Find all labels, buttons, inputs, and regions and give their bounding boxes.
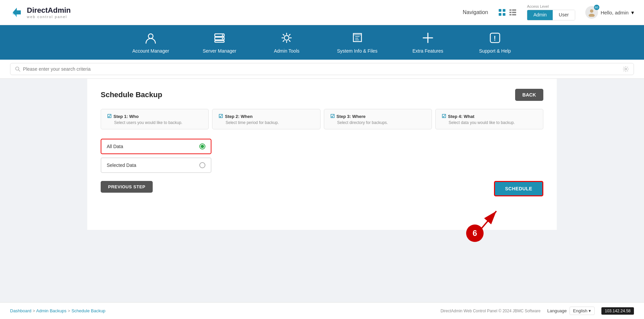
- nav-item-system-info-label: System Info & Files: [337, 48, 378, 54]
- svg-rect-17: [215, 41, 224, 42]
- svg-point-14: [148, 34, 153, 39]
- svg-rect-8: [509, 12, 511, 13]
- schedule-button[interactable]: SCHEDULE: [494, 181, 543, 196]
- previous-step-button[interactable]: PREVIOUS STEP: [101, 181, 153, 193]
- language-dropdown[interactable]: English ▾: [569, 307, 595, 315]
- avatar-badge: 60: [594, 5, 599, 10]
- svg-line-26: [18, 70, 20, 71]
- access-tab-admin[interactable]: Admin: [527, 10, 553, 20]
- step-1-title: ☑ Step 1: Who: [107, 113, 202, 119]
- action-row: PREVIOUS STEP 6 SCHEDULE: [101, 181, 543, 196]
- admin-tools-icon: [281, 32, 293, 46]
- access-tab-user[interactable]: User: [553, 10, 575, 20]
- steps-row: ☑ Step 1: Who Select users you would lik…: [101, 109, 543, 129]
- nav-item-account-manager-label: Account Manager: [132, 48, 169, 54]
- svg-rect-2: [499, 9, 501, 12]
- nav-item-server-manager-label: Server Manager: [203, 48, 236, 54]
- nav-icons: [498, 8, 517, 16]
- language-dropdown-arrow-icon: ▾: [589, 308, 591, 313]
- nav-item-account-manager[interactable]: Account Manager: [132, 32, 169, 54]
- step-1-check-icon: ☑: [107, 113, 111, 119]
- all-data-radio-button[interactable]: [199, 143, 205, 149]
- search-input[interactable]: [23, 66, 621, 72]
- search-icon: [15, 66, 20, 72]
- gear-icon[interactable]: [623, 66, 629, 72]
- nav-item-admin-tools[interactable]: Admin Tools: [270, 32, 303, 54]
- svg-point-27: [625, 68, 627, 70]
- breadcrumb-dashboard[interactable]: Dashboard: [10, 308, 32, 313]
- selected-data-label: Selected Data: [107, 163, 136, 168]
- header: DirectAdmin web control panel Navigation…: [0, 0, 644, 25]
- language-label: Language: [547, 308, 567, 313]
- back-button[interactable]: BACK: [515, 89, 543, 101]
- nav-item-admin-tools-label: Admin Tools: [274, 48, 299, 54]
- logo-icon: [10, 6, 23, 19]
- breadcrumb-sep-1: >: [33, 308, 36, 313]
- extra-features-icon: [422, 32, 434, 46]
- user-area[interactable]: 60 Hello, admin ▾: [585, 6, 634, 19]
- footer-right: DirectAdmin Web Control Panel © 2024 JBM…: [441, 307, 634, 315]
- grid-icon[interactable]: [498, 8, 506, 16]
- access-level-label: Access Level: [527, 4, 549, 8]
- nav-item-extra-features[interactable]: Extra Features: [411, 32, 445, 54]
- nav-item-support-help[interactable]: ! Support & Help: [478, 32, 512, 54]
- step-1-box: ☑ Step 1: Who Select users you would lik…: [101, 109, 209, 129]
- logo-area: DirectAdmin web control panel: [10, 6, 71, 19]
- svg-point-19: [222, 38, 223, 39]
- svg-rect-5: [503, 13, 505, 16]
- search-wrapper: [10, 63, 634, 75]
- all-data-label: All Data: [107, 144, 123, 149]
- step-2-title: ☑ Step 2: When: [218, 113, 314, 119]
- outer-wrapper: Schedule Backup BACK ☑ Step 1: Who Selec…: [0, 79, 644, 230]
- svg-rect-7: [512, 9, 516, 11]
- header-right: Navigation Access Level Admin User: [463, 4, 634, 20]
- hello-text: Hello, admin: [601, 10, 629, 15]
- list-icon[interactable]: [509, 8, 517, 16]
- navigation-label: Navigation: [463, 9, 488, 15]
- breadcrumb-sep-2: >: [68, 308, 71, 313]
- step-2-desc: Select time period for backup.: [226, 120, 314, 125]
- nav-item-support-help-label: Support & Help: [479, 48, 511, 54]
- schedule-btn-area: 6 SCHEDULE: [494, 181, 543, 196]
- svg-rect-10: [509, 14, 511, 15]
- nav-item-system-info[interactable]: System Info & Files: [337, 32, 378, 54]
- step-3-check-icon: ☑: [330, 113, 335, 119]
- support-help-icon: !: [489, 32, 501, 46]
- access-level-box: Access Level Admin User: [527, 4, 575, 20]
- right-space: [557, 79, 644, 230]
- step-1-desc: Select users you would like to backup.: [114, 120, 202, 125]
- svg-point-18: [222, 35, 223, 36]
- breadcrumb: Dashboard > Admin Backups > Schedule Bac…: [10, 308, 105, 313]
- svg-point-12: [590, 9, 593, 13]
- svg-rect-4: [499, 13, 501, 16]
- footer-copyright: DirectAdmin Web Control Panel © 2024 JBM…: [441, 309, 541, 313]
- footer: Dashboard > Admin Backups > Schedule Bac…: [0, 302, 644, 319]
- breadcrumb-admin-backups[interactable]: Admin Backups: [36, 308, 66, 313]
- svg-rect-11: [512, 14, 516, 15]
- step-3-desc: Select directory for backups.: [337, 120, 426, 125]
- search-bar-area: [0, 60, 644, 79]
- selected-data-radio-option[interactable]: Selected Data: [101, 157, 211, 173]
- step-4-box: ☑ Step 4: What Select data you would lik…: [435, 109, 543, 129]
- all-data-radio-option[interactable]: All Data: [101, 139, 211, 154]
- account-manager-icon: [145, 32, 157, 46]
- blue-nav: Account Manager Server Manager Admin Too…: [0, 25, 644, 60]
- step-badge-6: 6: [466, 225, 484, 242]
- step-4-desc: Select data you would like to backup.: [449, 120, 537, 125]
- nav-item-extra-features-label: Extra Features: [412, 48, 443, 54]
- left-space: [0, 79, 87, 230]
- svg-rect-3: [503, 9, 505, 12]
- step-2-check-icon: ☑: [218, 113, 223, 119]
- selected-data-radio-button[interactable]: [199, 162, 205, 168]
- server-manager-icon: [213, 32, 226, 46]
- nav-item-server-manager[interactable]: Server Manager: [203, 32, 236, 54]
- logo-text: DirectAdmin web control panel: [27, 6, 71, 19]
- step-2-box: ☑ Step 2: When Select time period for ba…: [212, 109, 320, 129]
- language-value: English: [573, 308, 588, 313]
- main-panel: Schedule Backup BACK ☑ Step 1: Who Selec…: [87, 79, 557, 230]
- svg-text:!: !: [494, 35, 496, 42]
- breadcrumb-schedule-backup[interactable]: Schedule Backup: [71, 308, 105, 313]
- step-3-box: ☑ Step 3: Where Select directory for bac…: [324, 109, 432, 129]
- language-selector: Language English ▾: [547, 307, 595, 315]
- ip-address: 103.142.24.58: [601, 307, 634, 315]
